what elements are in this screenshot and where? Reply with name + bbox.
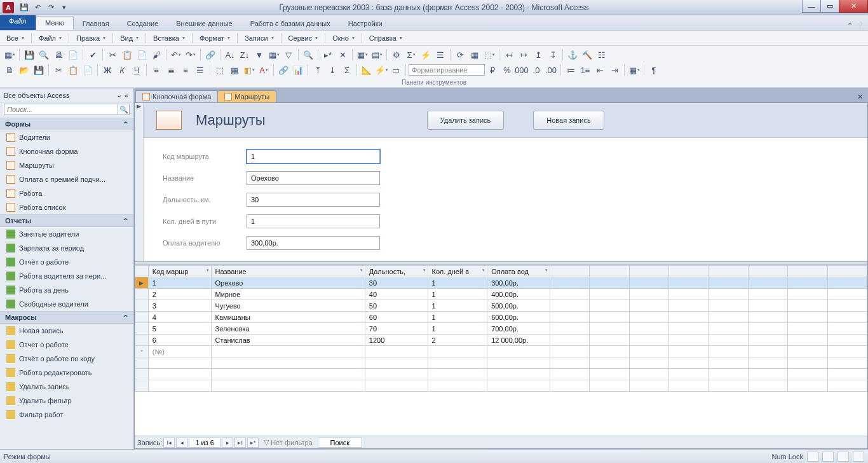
grid-cell-empty[interactable] (748, 335, 787, 346)
grid-cell[interactable]: 2 (148, 289, 211, 300)
field-input[interactable] (247, 193, 380, 207)
recnav-position[interactable] (189, 438, 220, 448)
grid-cell[interactable]: 60 (365, 312, 428, 323)
grid-cell-empty[interactable] (669, 277, 709, 289)
grid-cell-empty[interactable] (827, 346, 867, 357)
grid-cell-empty[interactable] (669, 323, 709, 335)
grid-cell-empty[interactable] (629, 289, 668, 300)
grid-cell-empty[interactable] (709, 300, 748, 312)
close-button[interactable]: ✕ (839, 0, 868, 13)
view-layout-icon[interactable] (837, 452, 849, 462)
borders-button[interactable]: ▦ (227, 63, 241, 77)
bold-button[interactable]: Ж (100, 63, 114, 77)
grid-cell-empty[interactable] (550, 323, 589, 335)
border2-button[interactable]: ▦ (627, 63, 641, 77)
grid-cell[interactable]: 1 (428, 323, 487, 335)
copy2-button[interactable]: 📋 (66, 63, 80, 77)
undo-icon[interactable]: ↶ (31, 1, 44, 14)
delete-record-button[interactable]: ✕ (336, 48, 349, 62)
design-button[interactable]: 📐 (360, 63, 374, 77)
dec-dec-button[interactable]: .00 (544, 63, 558, 77)
grid-cell[interactable]: 500,00р. (487, 300, 550, 312)
grid-cell-empty[interactable] (590, 289, 629, 300)
cut2-button[interactable]: ✂ (51, 63, 65, 77)
nav-item[interactable]: Удалить фильтр (0, 394, 133, 408)
align-center-button[interactable]: ≣ (164, 63, 178, 77)
autocalc-button[interactable]: Σ (404, 48, 418, 62)
field-input[interactable] (247, 171, 380, 185)
grid-cell-empty[interactable] (788, 300, 827, 312)
outdent-button[interactable]: ⇤ (593, 63, 607, 77)
grid-cell-empty[interactable] (709, 277, 748, 289)
grid-cell-empty[interactable] (748, 323, 787, 335)
merge-button[interactable]: ⬚ (213, 63, 227, 77)
column-header[interactable]: Оплата вод▾ (487, 266, 550, 277)
sortza-button[interactable]: ⤓ (325, 63, 339, 77)
new-record-button[interactable]: ▸* (321, 48, 335, 62)
grid-cell-empty[interactable] (550, 289, 589, 300)
ribbon-tab-addins[interactable]: Настройки (339, 17, 391, 30)
column-header-empty[interactable] (748, 266, 787, 277)
datasheet[interactable]: Код маршр▾Название▾Дальность,▾Кол. дней … (135, 265, 867, 436)
row-selector-new[interactable]: * (135, 346, 149, 357)
view-form-icon[interactable] (807, 452, 818, 462)
column-header[interactable]: Кол. дней в▾ (428, 266, 487, 277)
autosum-button[interactable]: Σ (340, 63, 354, 77)
ribbon-tab-create[interactable]: Создание (118, 17, 168, 30)
ribbon-tab-db[interactable]: Работа с базами данных (241, 17, 339, 30)
print-preview-button[interactable]: 📄 (66, 48, 80, 62)
grid-cell-empty[interactable] (709, 312, 748, 323)
ribbon-tab-home[interactable]: Главная (74, 17, 118, 30)
row-selector[interactable] (135, 335, 149, 346)
view-datasheet-icon[interactable] (822, 452, 834, 462)
save2-button[interactable]: 💾 (32, 63, 46, 77)
grid-cell[interactable]: 600,00р. (487, 312, 550, 323)
grid-cell[interactable]: 1 (428, 300, 487, 312)
code-button[interactable]: ⚡ (419, 48, 433, 62)
grid-cell[interactable]: 5 (148, 323, 211, 335)
nav-item[interactable]: Зарплата за период (0, 241, 133, 255)
grid-cell[interactable]: Чугуево (211, 300, 365, 312)
grid-cell[interactable]: Камишаны (211, 312, 365, 323)
nav-item[interactable]: Оплата с премией подчи... (0, 172, 133, 186)
column-header[interactable]: Дальность,▾ (365, 266, 428, 277)
nav-section-header[interactable]: Формы (0, 118, 133, 130)
nav-item[interactable]: Новая запись (0, 324, 133, 338)
grid-cell-empty[interactable] (629, 323, 668, 335)
help-icon[interactable]: ❔ (855, 22, 864, 30)
view-button[interactable]: ▦ (3, 48, 17, 62)
grid-cell-empty[interactable] (788, 335, 827, 346)
print-button[interactable]: 🖶 (51, 48, 65, 62)
column-header[interactable]: Название▾ (211, 266, 365, 277)
align-justify-button[interactable]: ☰ (193, 63, 207, 77)
grid-cell[interactable]: Орехово (211, 277, 365, 289)
grid-cell[interactable]: 1 (428, 289, 487, 300)
qat-customize-icon[interactable]: ▾ (58, 1, 71, 14)
align-b-icon[interactable]: ↧ (546, 48, 560, 62)
row-selector[interactable] (135, 312, 149, 323)
recnav-first-button[interactable]: I◂ (163, 438, 175, 448)
grid-cell-empty[interactable] (428, 346, 487, 357)
column-header-empty[interactable] (590, 266, 629, 277)
open-db-button[interactable]: 📂 (17, 63, 31, 77)
menu-all[interactable]: Все (3, 32, 28, 44)
grid-cell-empty[interactable] (827, 300, 867, 312)
grid-cell[interactable]: 3 (148, 300, 211, 312)
grid-cell-empty[interactable] (550, 277, 589, 289)
grid-cell-empty[interactable] (709, 335, 748, 346)
nav-item[interactable]: Водители (0, 130, 133, 144)
new-record-button[interactable]: Новая запись (533, 111, 604, 130)
db-window-button[interactable]: ▦ (355, 48, 369, 62)
row-selector[interactable] (135, 323, 149, 335)
grid-cell-empty[interactable] (590, 346, 629, 357)
menu-records[interactable]: Записи (241, 32, 278, 44)
nav-item[interactable]: Работа водителя за пери... (0, 269, 133, 283)
grid-cell-empty[interactable] (788, 312, 827, 323)
toolbox-button[interactable]: ⬚ (482, 48, 496, 62)
grid-cell-empty[interactable] (550, 300, 589, 312)
grid-cell-empty[interactable] (788, 346, 827, 357)
grid-cell-empty[interactable] (788, 289, 827, 300)
align-left-button[interactable]: ≡ (149, 63, 163, 77)
view-design-icon[interactable] (853, 452, 864, 462)
grid-cell-empty[interactable] (590, 277, 629, 289)
